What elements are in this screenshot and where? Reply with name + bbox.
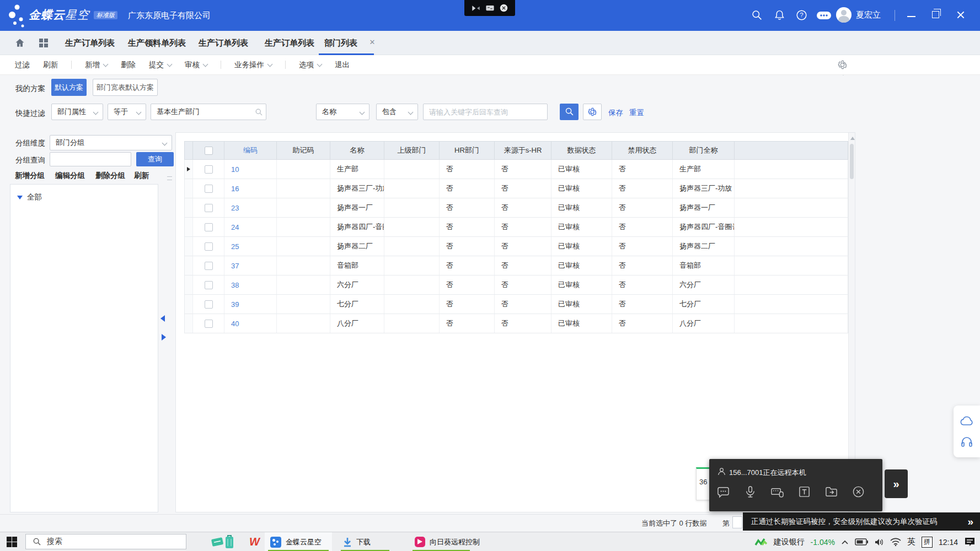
stock-name[interactable]: 建设银行 [774, 537, 805, 547]
screen-share-icon[interactable] [485, 4, 495, 12]
group-dimension-select[interactable]: 部门分组 [50, 135, 172, 150]
search-button[interactable] [560, 104, 579, 120]
table-row[interactable]: 24 扬声器四厂-音圈音 否 否 已审核 否 扬声器四厂-音圈音 [184, 218, 848, 237]
scrollbar-up-icon[interactable] [850, 137, 855, 140]
header-mnemonic[interactable]: 助记码 [277, 142, 330, 159]
header-disabled[interactable]: 禁用状态 [612, 142, 673, 159]
business-ops-button[interactable]: 业务操作 [234, 60, 272, 70]
cell-code[interactable]: 10 [224, 160, 277, 179]
language-indicator[interactable]: 英 [907, 537, 915, 547]
tree-expand-icon[interactable] [17, 196, 23, 199]
travel-app-icon[interactable] [211, 534, 236, 549]
microphone-icon[interactable] [744, 485, 757, 498]
audit-button[interactable]: 审核 [185, 60, 207, 70]
input-search-icon[interactable] [255, 108, 263, 116]
notice-expand-icon[interactable]: » [967, 516, 973, 528]
row-checkbox[interactable] [205, 165, 213, 174]
cell-code[interactable]: 23 [224, 198, 277, 217]
tab-production-order-2[interactable]: 生产订单列表 [199, 31, 248, 55]
edit-group-link[interactable]: 编辑分组 [55, 171, 85, 181]
table-row[interactable]: 10 生产部 否 否 已审核 否 生产部 [184, 160, 848, 179]
row-checkbox[interactable] [205, 204, 213, 212]
row-checkbox[interactable] [205, 320, 213, 328]
chat-icon[interactable] [717, 485, 730, 498]
row-checkbox[interactable] [205, 300, 213, 309]
cell-code[interactable]: 38 [224, 276, 277, 294]
start-button[interactable] [7, 537, 17, 547]
taskbar-app-sunflower[interactable]: 向日葵远程控制 [409, 532, 492, 551]
expand-panel-icon[interactable] [162, 334, 166, 341]
tab-production-order-1[interactable]: 生产订单列表 [65, 31, 115, 55]
panel-grip-icon[interactable] [167, 176, 172, 180]
table-row[interactable]: 40 八分厂 否 否 已审核 否 八分厂 [184, 314, 848, 333]
clock[interactable]: 12:14 [939, 538, 958, 547]
row-checkbox[interactable] [205, 281, 213, 289]
filter-operator2-select[interactable]: 包含 [376, 104, 418, 120]
taskbar-app-download[interactable]: 下载 [338, 532, 393, 551]
cell-code[interactable]: 37 [224, 256, 277, 275]
tab-department-list-active[interactable]: 部门列表 [324, 31, 357, 55]
speaker-icon[interactable] [874, 538, 884, 547]
bell-icon[interactable] [774, 9, 785, 21]
popup-expand-chip[interactable]: » [885, 469, 908, 498]
row-checkbox[interactable] [205, 262, 213, 270]
reset-link[interactable]: 重置 [629, 108, 644, 118]
default-scheme-button[interactable]: 默认方案 [51, 79, 87, 96]
table-row[interactable]: 38 六分厂 否 否 已审核 否 六分厂 [184, 276, 848, 295]
end-session-icon[interactable] [852, 485, 865, 498]
refresh-group-link[interactable]: 刷新 [134, 171, 149, 181]
collapse-panel-icon[interactable] [160, 315, 165, 322]
delete-group-link[interactable]: 删除分组 [95, 171, 125, 181]
exit-button[interactable]: 退出 [335, 60, 350, 70]
battery-icon[interactable] [855, 538, 868, 545]
table-row[interactable]: 16 扬声器三厂-功放 否 否 已审核 否 扬声器三厂-功放 [184, 179, 848, 198]
wifi-icon[interactable] [890, 538, 901, 546]
keyword-search-input[interactable] [423, 104, 548, 120]
table-row[interactable]: 23 扬声器一厂 否 否 已审核 否 扬声器一厂 [184, 198, 848, 218]
cell-code[interactable]: 16 [224, 179, 277, 198]
header-name[interactable]: 名称 [330, 142, 384, 159]
window-close-button[interactable] [956, 10, 965, 19]
stock-change[interactable]: -1.04% [811, 538, 835, 547]
tab-production-order-3[interactable]: 生产订单列表 [265, 31, 314, 55]
refresh-button[interactable]: 刷新 [43, 60, 58, 70]
filter-settings-button[interactable] [583, 104, 602, 120]
window-minimize-button[interactable] [907, 16, 915, 17]
header-fullname[interactable]: 部门全称 [673, 142, 735, 159]
text-tool-icon[interactable] [798, 485, 811, 498]
page-number-box[interactable] [732, 516, 742, 528]
filter-field1-select[interactable]: 部门属性 [51, 104, 103, 120]
tab-close-icon[interactable]: ✕ [368, 39, 376, 46]
select-all-checkbox[interactable] [205, 147, 213, 155]
file-transfer-icon[interactable] [825, 485, 838, 498]
filter-operator1-select[interactable]: 等于 [108, 104, 146, 120]
add-group-link[interactable]: 新增分组 [15, 171, 45, 181]
tray-expand-icon[interactable] [841, 539, 849, 545]
keyboard-mouse-icon[interactable] [771, 485, 784, 498]
filter-value1-input[interactable] [151, 104, 266, 120]
taskbar-search-box[interactable]: 搜索 [25, 534, 186, 549]
assistant-pill-icon[interactable] [816, 11, 832, 20]
tab-production-material[interactable]: 生产领料单列表 [128, 31, 186, 55]
table-row[interactable]: 39 七分厂 否 否 已审核 否 七分厂 [184, 295, 848, 314]
cell-code[interactable]: 25 [224, 237, 277, 256]
submit-button[interactable]: 提交 [149, 60, 172, 70]
user-avatar[interactable] [836, 7, 852, 23]
header-parent[interactable]: 上级部门 [384, 142, 440, 159]
save-link[interactable]: 保存 [608, 108, 623, 118]
search-icon[interactable] [751, 9, 763, 21]
cell-code[interactable]: 39 [224, 295, 277, 314]
tree-item-all[interactable]: 全部 [10, 185, 158, 202]
header-source[interactable]: 来源于s-HR [495, 142, 551, 159]
header-status[interactable]: 数据状态 [551, 142, 612, 159]
wide-scheme-button[interactable]: 部门宽表默认方案 [93, 79, 158, 96]
window-restore-button[interactable] [932, 11, 939, 18]
table-row[interactable]: 37 音箱部 否 否 已审核 否 音箱部 [184, 256, 848, 276]
scrollbar-thumb[interactable] [850, 144, 854, 179]
row-checkbox[interactable] [205, 185, 213, 193]
overlay-close-icon[interactable] [500, 4, 508, 12]
wps-icon[interactable]: W [249, 536, 260, 548]
home-icon[interactable] [14, 37, 25, 48]
notification-center-icon[interactable] [964, 537, 976, 547]
cloud-icon[interactable] [960, 415, 974, 426]
